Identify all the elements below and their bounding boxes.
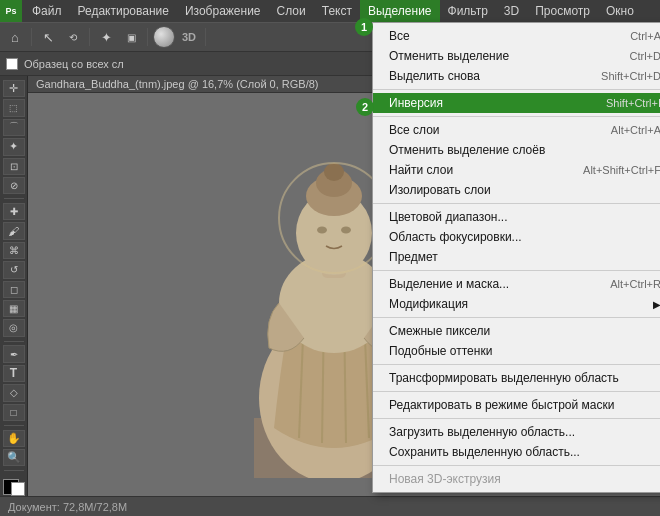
menu-view[interactable]: Просмотр xyxy=(527,0,598,22)
menu-transform[interactable]: Трансформировать выделенную область xyxy=(373,368,660,388)
divider-2 xyxy=(89,28,90,46)
menu-deselect[interactable]: Отменить выделение Ctrl+D xyxy=(373,46,660,66)
home-icon[interactable]: ⌂ xyxy=(4,26,26,48)
left-toolbar: ✛ ⬚ ⌒ ✦ ⊡ ⊘ ✚ 🖌 ⌘ ↺ ◻ ▦ ◎ ✒ T ◇ □ ✋ 🔍 xyxy=(0,76,28,496)
selection-dropdown: Все Ctrl+A Отменить выделение Ctrl+D Выд… xyxy=(372,22,660,493)
menu-isolate-layers[interactable]: Изолировать слои xyxy=(373,180,660,200)
sep-8 xyxy=(373,418,660,419)
menu-quick-mask[interactable]: Редактировать в режиме быстрой маски xyxy=(373,395,660,415)
menu-3d[interactable]: 3D xyxy=(496,0,527,22)
healing-tool[interactable]: ✚ xyxy=(3,203,25,220)
separator4 xyxy=(4,470,24,471)
separator2 xyxy=(4,341,24,342)
menu-select-all[interactable]: Все Ctrl+A xyxy=(373,26,660,46)
menu-find-layers[interactable]: Найти слои Alt+Shift+Ctrl+F xyxy=(373,160,660,180)
color-swatches[interactable] xyxy=(3,479,25,496)
step-badge-2: 2 xyxy=(356,98,374,116)
ps-icon: Ps xyxy=(0,0,22,22)
menu-deselect-layers[interactable]: Отменить выделение слоёв xyxy=(373,140,660,160)
3d-sphere[interactable] xyxy=(153,26,175,48)
divider-4 xyxy=(205,28,206,46)
sep-1 xyxy=(373,89,660,90)
svg-point-8 xyxy=(317,227,327,234)
label-3d: 3D xyxy=(178,26,200,48)
lasso-tool[interactable]: ⌒ xyxy=(3,119,25,136)
menu-filter[interactable]: Фильтр xyxy=(440,0,496,22)
menu-color-range[interactable]: Цветовой диапазон... xyxy=(373,207,660,227)
menu-image[interactable]: Изображение xyxy=(177,0,269,22)
sample-checkbox[interactable] xyxy=(6,58,18,70)
step-badge-1: 1 xyxy=(355,18,373,36)
divider-1 xyxy=(31,28,32,46)
menu-select-mask[interactable]: Выделение и маска... Alt+Ctrl+R xyxy=(373,274,660,294)
path-tool[interactable]: ◇ xyxy=(3,384,25,401)
menu-load[interactable]: Загрузить выделенную область... xyxy=(373,422,660,442)
sample-label: Образец со всех сл xyxy=(24,58,124,70)
eyedropper-tool[interactable]: ⊘ xyxy=(3,177,25,194)
svg-point-7 xyxy=(324,163,344,181)
menu-bar: Ps Файл Редактирование Изображение Слои … xyxy=(0,0,660,22)
menu-window[interactable]: Окно xyxy=(598,0,642,22)
menu-modify[interactable]: Модификация ▶ xyxy=(373,294,660,314)
marquee-tool[interactable]: ⬚ xyxy=(3,99,25,116)
separator xyxy=(4,198,24,199)
sep-2 xyxy=(373,116,660,117)
dodge-tool[interactable]: ◎ xyxy=(3,319,25,336)
sep-3 xyxy=(373,203,660,204)
menu-inverse[interactable]: Инверсия Shift+Ctrl+I xyxy=(373,93,660,113)
menu-layers[interactable]: Слои xyxy=(269,0,314,22)
menu-grow[interactable]: Смежные пиксели xyxy=(373,321,660,341)
arrow-icon: ▶ xyxy=(653,299,660,310)
magic-wand-tool[interactable]: ✦ xyxy=(3,138,25,155)
menu-save[interactable]: Сохранить выделенную область... xyxy=(373,442,660,462)
eraser-tool[interactable]: ◻ xyxy=(3,281,25,298)
menu-reselect[interactable]: Выделить снова Shift+Ctrl+D xyxy=(373,66,660,86)
history-tool[interactable]: ↺ xyxy=(3,261,25,278)
pen-tool[interactable]: ✒ xyxy=(3,345,25,362)
menu-all-layers[interactable]: Все слои Alt+Ctrl+A xyxy=(373,120,660,140)
separator3 xyxy=(4,425,24,426)
transform-tool[interactable]: ⟲ xyxy=(62,26,84,48)
wand-tool[interactable]: ✦ xyxy=(95,26,117,48)
hand-tool[interactable]: ✋ xyxy=(3,430,25,447)
menu-edit[interactable]: Редактирование xyxy=(70,0,177,22)
sep-5 xyxy=(373,317,660,318)
shape-tool[interactable]: □ xyxy=(3,404,25,421)
divider-3 xyxy=(147,28,148,46)
status-bar: Документ: 72,8М/72,8М xyxy=(0,496,660,516)
menu-similar[interactable]: Подобные оттенки xyxy=(373,341,660,361)
sep-9 xyxy=(373,465,660,466)
menu-file[interactable]: Файл xyxy=(24,0,70,22)
zoom-tool[interactable]: 🔍 xyxy=(3,449,25,466)
background-color[interactable] xyxy=(11,482,25,496)
status-info: Документ: 72,8М/72,8М xyxy=(8,501,127,513)
menu-selection[interactable]: Выделение xyxy=(360,0,440,22)
text-tool[interactable]: T xyxy=(3,365,25,382)
menu-new-3d: Новая 3D-экструзия xyxy=(373,469,660,489)
crop-tool[interactable]: ⊡ xyxy=(3,158,25,175)
sep-6 xyxy=(373,364,660,365)
clone-tool[interactable]: ⌘ xyxy=(3,242,25,259)
sep-7 xyxy=(373,391,660,392)
move-tool[interactable]: ✛ xyxy=(3,80,25,97)
menu-subject[interactable]: Предмет xyxy=(373,247,660,267)
arrow-tool[interactable]: ↖ xyxy=(37,26,59,48)
menu-text[interactable]: Текст xyxy=(314,0,360,22)
select-tool[interactable]: ▣ xyxy=(120,26,142,48)
sep-4 xyxy=(373,270,660,271)
brush-tool[interactable]: 🖌 xyxy=(3,222,25,239)
gradient-tool[interactable]: ▦ xyxy=(3,300,25,317)
menu-focus-area[interactable]: Область фокусировки... xyxy=(373,227,660,247)
svg-point-9 xyxy=(341,227,351,234)
